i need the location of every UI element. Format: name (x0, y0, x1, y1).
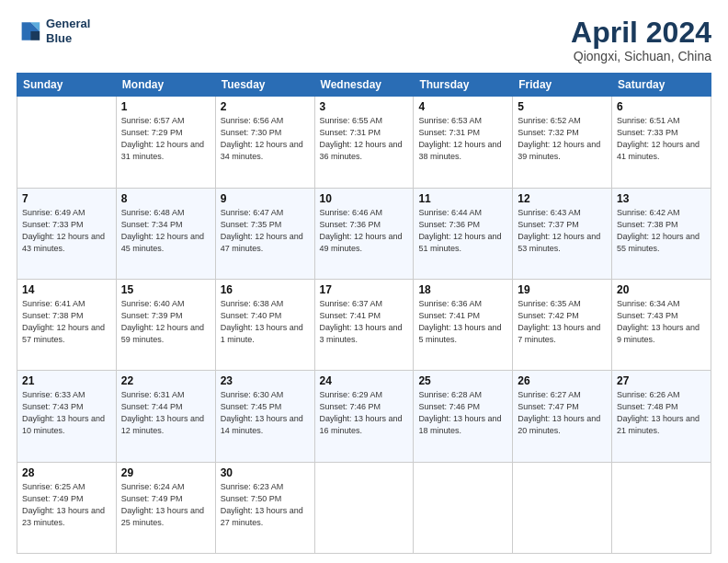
calendar-cell (612, 462, 711, 553)
day-number: 10 (320, 192, 409, 205)
svg-marker-2 (30, 31, 40, 40)
calendar-cell: 18Sunrise: 6:36 AMSunset: 7:41 PMDayligh… (414, 279, 513, 370)
day-info: Sunrise: 6:30 AMSunset: 7:45 PMDaylight:… (221, 389, 310, 437)
calendar-header-row: SundayMondayTuesdayWednesdayThursdayFrid… (17, 74, 711, 97)
day-info: Sunrise: 6:23 AMSunset: 7:50 PMDaylight:… (221, 481, 310, 529)
day-number: 17 (320, 283, 409, 296)
col-header-friday: Friday (513, 74, 612, 97)
location: Qiongxi, Sichuan, China (571, 49, 711, 63)
day-number: 20 (617, 283, 706, 296)
day-number: 11 (418, 192, 507, 205)
calendar-week-2: 14Sunrise: 6:41 AMSunset: 7:38 PMDayligh… (17, 279, 711, 370)
calendar-cell: 17Sunrise: 6:37 AMSunset: 7:41 PMDayligh… (314, 279, 414, 370)
calendar-cell: 29Sunrise: 6:24 AMSunset: 7:49 PMDayligh… (116, 462, 215, 553)
col-header-wednesday: Wednesday (314, 74, 414, 97)
calendar-cell: 10Sunrise: 6:46 AMSunset: 7:36 PMDayligh… (314, 188, 414, 279)
calendar-cell (414, 462, 513, 553)
day-number: 26 (518, 374, 607, 387)
calendar-week-0: 1Sunrise: 6:57 AMSunset: 7:29 PMDaylight… (17, 97, 711, 188)
calendar-cell: 6Sunrise: 6:51 AMSunset: 7:33 PMDaylight… (612, 97, 711, 188)
day-info: Sunrise: 6:47 AMSunset: 7:35 PMDaylight:… (221, 207, 310, 255)
calendar-week-1: 7Sunrise: 6:49 AMSunset: 7:33 PMDaylight… (17, 188, 711, 279)
calendar-cell: 14Sunrise: 6:41 AMSunset: 7:38 PMDayligh… (17, 279, 117, 370)
logo-text: General Blue (46, 17, 90, 45)
day-number: 21 (22, 374, 111, 387)
day-info: Sunrise: 6:31 AMSunset: 7:44 PMDaylight:… (121, 389, 210, 437)
calendar-table: SundayMondayTuesdayWednesdayThursdayFrid… (17, 73, 711, 554)
calendar-cell: 22Sunrise: 6:31 AMSunset: 7:44 PMDayligh… (116, 371, 215, 462)
calendar-cell (314, 462, 414, 553)
day-info: Sunrise: 6:51 AMSunset: 7:33 PMDaylight:… (617, 115, 706, 163)
day-info: Sunrise: 6:56 AMSunset: 7:30 PMDaylight:… (221, 115, 310, 163)
day-info: Sunrise: 6:26 AMSunset: 7:48 PMDaylight:… (617, 389, 706, 437)
day-info: Sunrise: 6:48 AMSunset: 7:34 PMDaylight:… (121, 207, 210, 255)
day-info: Sunrise: 6:27 AMSunset: 7:47 PMDaylight:… (518, 389, 607, 437)
day-number: 18 (418, 283, 507, 296)
calendar-cell: 8Sunrise: 6:48 AMSunset: 7:34 PMDaylight… (116, 188, 215, 279)
day-info: Sunrise: 6:49 AMSunset: 7:33 PMDaylight:… (22, 207, 111, 255)
day-number: 1 (121, 100, 210, 113)
day-number: 22 (121, 374, 210, 387)
day-info: Sunrise: 6:52 AMSunset: 7:32 PMDaylight:… (518, 115, 607, 163)
calendar-cell: 27Sunrise: 6:26 AMSunset: 7:48 PMDayligh… (612, 371, 711, 462)
calendar-cell: 16Sunrise: 6:38 AMSunset: 7:40 PMDayligh… (215, 279, 314, 370)
col-header-tuesday: Tuesday (215, 74, 314, 97)
day-info: Sunrise: 6:46 AMSunset: 7:36 PMDaylight:… (320, 207, 409, 255)
day-info: Sunrise: 6:28 AMSunset: 7:46 PMDaylight:… (418, 389, 507, 437)
day-number: 19 (518, 283, 607, 296)
calendar-cell: 28Sunrise: 6:25 AMSunset: 7:49 PMDayligh… (17, 462, 117, 553)
day-info: Sunrise: 6:57 AMSunset: 7:29 PMDaylight:… (121, 115, 210, 163)
calendar-cell: 12Sunrise: 6:43 AMSunset: 7:37 PMDayligh… (513, 188, 612, 279)
calendar-cell: 2Sunrise: 6:56 AMSunset: 7:30 PMDaylight… (215, 97, 314, 188)
calendar-cell: 30Sunrise: 6:23 AMSunset: 7:50 PMDayligh… (215, 462, 314, 553)
logo-icon (17, 18, 42, 44)
day-number: 16 (221, 283, 310, 296)
day-number: 13 (617, 192, 706, 205)
day-number: 7 (22, 192, 111, 205)
calendar-cell: 15Sunrise: 6:40 AMSunset: 7:39 PMDayligh… (116, 279, 215, 370)
day-number: 8 (121, 192, 210, 205)
day-number: 23 (221, 374, 310, 387)
col-header-sunday: Sunday (17, 74, 117, 97)
day-info: Sunrise: 6:40 AMSunset: 7:39 PMDaylight:… (121, 298, 210, 346)
day-info: Sunrise: 6:42 AMSunset: 7:38 PMDaylight:… (617, 207, 706, 255)
day-number: 6 (617, 100, 706, 113)
day-number: 25 (418, 374, 507, 387)
day-info: Sunrise: 6:29 AMSunset: 7:46 PMDaylight:… (320, 389, 409, 437)
day-info: Sunrise: 6:43 AMSunset: 7:37 PMDaylight:… (518, 207, 607, 255)
day-info: Sunrise: 6:25 AMSunset: 7:49 PMDaylight:… (22, 481, 111, 529)
day-info: Sunrise: 6:24 AMSunset: 7:49 PMDaylight:… (121, 481, 210, 529)
calendar-cell: 23Sunrise: 6:30 AMSunset: 7:45 PMDayligh… (215, 371, 314, 462)
calendar-cell: 24Sunrise: 6:29 AMSunset: 7:46 PMDayligh… (314, 371, 414, 462)
calendar-cell: 13Sunrise: 6:42 AMSunset: 7:38 PMDayligh… (612, 188, 711, 279)
day-info: Sunrise: 6:35 AMSunset: 7:42 PMDaylight:… (518, 298, 607, 346)
day-info: Sunrise: 6:44 AMSunset: 7:36 PMDaylight:… (418, 207, 507, 255)
day-number: 2 (221, 100, 310, 113)
calendar-cell: 4Sunrise: 6:53 AMSunset: 7:31 PMDaylight… (414, 97, 513, 188)
calendar-cell: 11Sunrise: 6:44 AMSunset: 7:36 PMDayligh… (414, 188, 513, 279)
col-header-thursday: Thursday (414, 74, 513, 97)
day-number: 9 (221, 192, 310, 205)
calendar-cell: 21Sunrise: 6:33 AMSunset: 7:43 PMDayligh… (17, 371, 117, 462)
title-block: April 2024 Qiongxi, Sichuan, China (571, 17, 711, 63)
calendar-cell: 19Sunrise: 6:35 AMSunset: 7:42 PMDayligh… (513, 279, 612, 370)
day-number: 27 (617, 374, 706, 387)
calendar-cell: 5Sunrise: 6:52 AMSunset: 7:32 PMDaylight… (513, 97, 612, 188)
month-title: April 2024 (571, 17, 711, 49)
calendar-week-3: 21Sunrise: 6:33 AMSunset: 7:43 PMDayligh… (17, 371, 711, 462)
day-number: 24 (320, 374, 409, 387)
logo: General Blue (17, 17, 90, 45)
col-header-saturday: Saturday (612, 74, 711, 97)
calendar-cell (17, 97, 117, 188)
calendar-cell: 3Sunrise: 6:55 AMSunset: 7:31 PMDaylight… (314, 97, 414, 188)
day-info: Sunrise: 6:41 AMSunset: 7:38 PMDaylight:… (22, 298, 111, 346)
calendar-cell (513, 462, 612, 553)
day-info: Sunrise: 6:38 AMSunset: 7:40 PMDaylight:… (221, 298, 310, 346)
day-info: Sunrise: 6:55 AMSunset: 7:31 PMDaylight:… (320, 115, 409, 163)
calendar-week-4: 28Sunrise: 6:25 AMSunset: 7:49 PMDayligh… (17, 462, 711, 553)
day-number: 28 (22, 466, 111, 479)
day-number: 3 (320, 100, 409, 113)
day-number: 4 (418, 100, 507, 113)
day-number: 12 (518, 192, 607, 205)
calendar-cell: 25Sunrise: 6:28 AMSunset: 7:46 PMDayligh… (414, 371, 513, 462)
